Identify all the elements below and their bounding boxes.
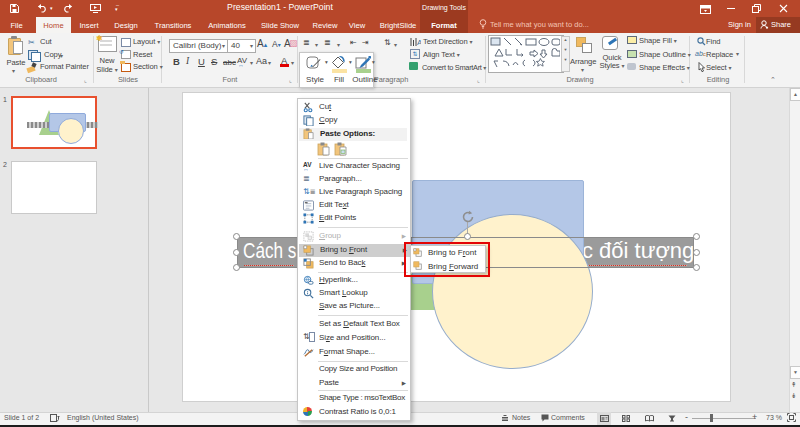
svg-text:A: A	[417, 38, 421, 47]
